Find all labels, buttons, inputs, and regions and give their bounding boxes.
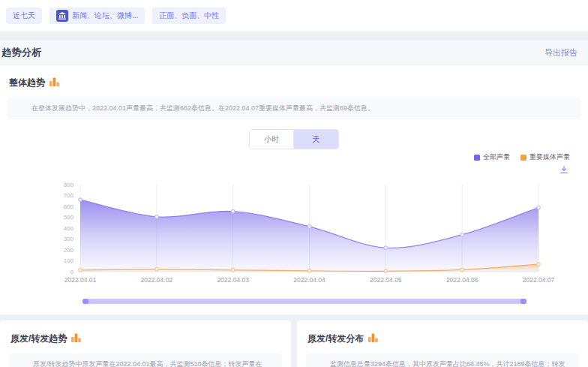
svg-text:2022.04.01: 2022.04.01 xyxy=(64,276,97,284)
zoom-handle-left[interactable] xyxy=(82,299,88,304)
download-chart-icon[interactable] xyxy=(560,164,568,177)
legend-item-media[interactable]: 重要媒体声量 xyxy=(520,152,570,162)
overall-trend-summary: 在整体发展趋势中，2022.04.01声量最高，共监测662条信息。在2022.… xyxy=(8,98,580,119)
podium-icon xyxy=(71,332,81,345)
podium-icon xyxy=(368,332,378,345)
page-title: 趋势分析 xyxy=(2,46,42,59)
legend-label: 重要媒体声量 xyxy=(530,152,570,162)
page-header: 趋势分析 导出报告 xyxy=(0,41,588,65)
export-report-button[interactable]: 导出报告 xyxy=(544,47,578,59)
filter-chip-sources[interactable]: 新闻、论坛、微博... xyxy=(50,8,145,24)
svg-text:700: 700 xyxy=(64,192,74,199)
svg-text:400: 400 xyxy=(64,225,74,232)
svg-text:500: 500 xyxy=(64,214,74,221)
section-title: 原发/转发分布 xyxy=(308,332,364,345)
origin-repost-distribution-summary: 监测信息总量3294条信息，其中原发声量占比66.45%，共计2189条信息；转… xyxy=(306,353,579,367)
svg-text:200: 200 xyxy=(64,247,74,254)
origin-repost-trend-summary: 原发/转发趋势中原发声量在2022.04.01最高，共监测510条信息；转发声量… xyxy=(9,353,282,367)
chart-zoom-slider[interactable] xyxy=(82,299,526,304)
legend-swatch-purple xyxy=(474,155,480,161)
svg-text:600: 600 xyxy=(64,203,74,210)
granularity-hour-button[interactable]: 小时 xyxy=(250,130,294,149)
svg-text:2022.04.06: 2022.04.06 xyxy=(446,276,478,284)
svg-text:2022.04.04: 2022.04.04 xyxy=(293,276,326,284)
svg-text:2022.04.05: 2022.04.05 xyxy=(370,276,402,284)
filter-chip-label: 正面、负面、中性 xyxy=(159,11,219,21)
granularity-day-button[interactable]: 天 xyxy=(294,130,338,149)
chart-legend: 全部声量 重要媒体声量 xyxy=(8,152,580,162)
zoom-handle-right[interactable] xyxy=(520,299,526,304)
trend-chart: 01002003004005006007008002022.04.012022.… xyxy=(8,177,580,290)
svg-text:300: 300 xyxy=(64,236,74,242)
source-icon xyxy=(56,10,68,22)
y-axis: 0100200300400500600700800 xyxy=(64,182,74,275)
x-axis: 2022.04.012022.04.022022.04.032022.04.04… xyxy=(64,276,555,284)
legend-swatch-orange xyxy=(520,155,526,161)
overall-trend-card: 整体趋势 在整体发展趋势中，2022.04.01声量最高，共监测662条信息。在… xyxy=(0,65,588,314)
legend-item-total[interactable]: 全部声量 xyxy=(474,152,510,162)
svg-text:2022.04.07: 2022.04.07 xyxy=(523,276,555,284)
podium-icon xyxy=(50,76,59,89)
overall-trend-header: 整体趋势 xyxy=(8,73,580,91)
filter-chip-label: 新闻、论坛、微博... xyxy=(72,11,138,21)
filter-chip-date-range[interactable]: 近七天 xyxy=(6,8,42,24)
svg-text:800: 800 xyxy=(64,182,74,188)
svg-text:0: 0 xyxy=(70,269,74,275)
svg-text:100: 100 xyxy=(64,257,74,264)
svg-text:2022.04.02: 2022.04.02 xyxy=(141,276,173,284)
origin-repost-trend-card: 原发/转发趋势 原发/转发趋势中原发声量在2022.04.01最高，共监测510… xyxy=(0,320,291,367)
legend-label: 全部声量 xyxy=(483,152,510,162)
svg-text:2022.04.03: 2022.04.03 xyxy=(217,276,249,284)
origin-repost-distribution-card: 原发/转发分布 监测信息总量3294条信息，其中原发声量占比66.45%，共计2… xyxy=(297,320,588,367)
section-title: 整体趋势 xyxy=(9,77,45,89)
filter-chip-sentiment[interactable]: 正面、负面、中性 xyxy=(152,8,226,24)
section-title: 原发/转发趋势 xyxy=(10,332,67,345)
filter-chip-label: 近七天 xyxy=(13,11,35,21)
trend-chart-svg: 01002003004005006007008002022.04.012022.… xyxy=(8,177,588,290)
granularity-toggle: 小时 天 xyxy=(249,129,339,149)
bottom-cards-row: 原发/转发趋势 原发/转发趋势中原发声量在2022.04.01最高，共监测510… xyxy=(0,320,588,367)
filter-bar: 近七天 新闻、论坛、微博... 正面、负面、中性 xyxy=(0,0,588,32)
